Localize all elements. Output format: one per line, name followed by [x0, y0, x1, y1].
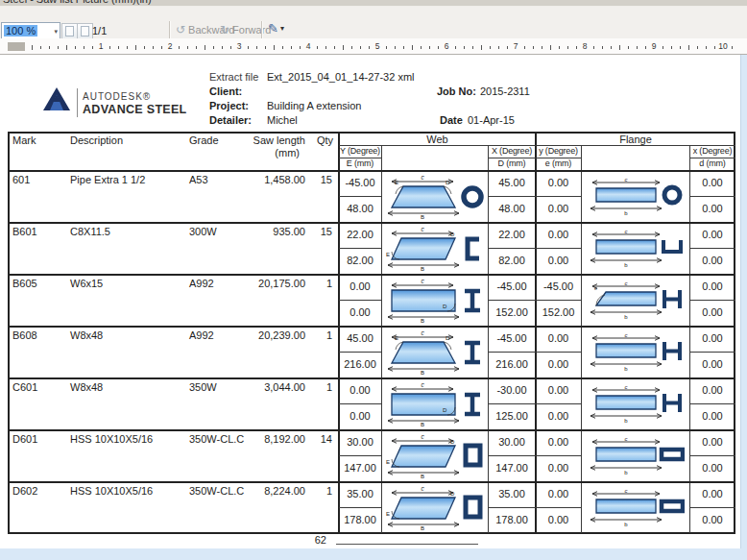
svg-text:D: D	[446, 180, 450, 185]
saw-length-cell: 935.00	[230, 226, 305, 237]
qty-cell: 1	[309, 278, 332, 289]
col-header-saw-length: Saw length	[230, 134, 305, 146]
web-d-mm-cell: 178.00	[488, 514, 536, 525]
page-view-button-2[interactable]	[77, 23, 93, 39]
flange-profile-picture: c b	[585, 486, 685, 528]
group-header-web: Web	[339, 134, 536, 145]
table-grid-line	[8, 481, 735, 483]
ruler-tick	[533, 46, 534, 49]
flange-e-mm-cell: 0.00	[536, 462, 581, 474]
svg-text:D: D	[446, 335, 450, 341]
logo-divider	[77, 88, 78, 117]
forward-label: Forward	[232, 24, 271, 36]
ruler-tick	[602, 46, 603, 49]
ruler-tick	[66, 45, 67, 50]
flange-profile-picture: c b	[585, 227, 685, 269]
ruler-tick	[412, 45, 413, 50]
ruler: 12345678910	[0, 38, 747, 55]
table-grid-line	[581, 145, 582, 533]
table-grid-line	[8, 170, 735, 172]
qty-cell: 15	[309, 174, 332, 185]
web-d-mm-cell: 125.00	[488, 410, 536, 422]
flange-x-degree-cell: 0.00	[689, 229, 735, 240]
date-label: Date	[440, 114, 463, 126]
table-grid-line	[488, 403, 581, 404]
table-grid-line	[488, 300, 581, 301]
description-cell: HSS 10X10X5/16	[70, 485, 153, 497]
table-grid-line	[339, 145, 735, 146]
ruler-tick	[524, 46, 525, 49]
grade-cell: A992	[189, 329, 214, 341]
table-grid-line	[339, 158, 381, 158]
grade-cell: A53	[189, 174, 208, 185]
flange-picture-cell: c b	[585, 227, 685, 269]
saw-length-cell: 20,175.00	[230, 278, 305, 289]
table-grid-line	[488, 248, 581, 249]
chevron-down-icon[interactable]: ▾	[54, 28, 58, 36]
table-grid-line	[689, 352, 735, 353]
page-view-button-1[interactable]	[61, 23, 78, 39]
svg-text:E: E	[395, 180, 398, 185]
flange-picture-cell: c b	[585, 175, 685, 217]
svg-text:D: D	[450, 231, 455, 237]
table-grid-line	[8, 377, 735, 379]
ruler-tick	[325, 46, 326, 49]
flange-y-degree-cell: 0.00	[536, 332, 581, 344]
toolbar: 100 % ▾ 1/1 ↺Backward ↻Forward ✎▾	[0, 7, 747, 38]
web-x-degree-cell: -30.00	[488, 384, 536, 396]
svg-text:c: c	[421, 278, 424, 284]
ruler-tick	[706, 46, 707, 49]
flange-d-mm-cell: 0.00	[689, 410, 735, 422]
ruler-tick	[472, 46, 473, 49]
table-grid-line	[689, 158, 735, 158]
grade-cell: 300W	[189, 226, 217, 237]
web-profile-picture: c D B	[384, 380, 484, 426]
toolbar-separator	[169, 21, 171, 39]
col-header-mark: Mark	[12, 134, 36, 146]
flange-picture-cell: c e b	[585, 279, 685, 321]
ruler-tick	[429, 46, 430, 49]
web-d-mm-cell: 82.00	[488, 255, 536, 266]
description-cell: Pipe Extra 1 1/2	[70, 174, 145, 185]
flange-e-mm-cell: 0.00	[536, 358, 581, 370]
ruler-tick	[187, 46, 188, 49]
flange-d-mm-cell: 0.00	[689, 255, 735, 266]
ruler-tick	[421, 46, 422, 49]
table-grid-line	[339, 196, 381, 197]
svg-text:E: E	[386, 459, 390, 465]
window-titlebar: Steel - Saw list Picture (mm)(in)	[0, 0, 747, 7]
web-picture-cell: c DE B	[384, 432, 484, 478]
web-y-degree-cell: 22.00	[339, 229, 381, 240]
flange-d-mm-cell: 0.00	[689, 462, 735, 474]
mark-cell: 601	[12, 174, 30, 185]
svg-text:c: c	[421, 174, 424, 181]
flange-x-degree-cell: 0.00	[689, 436, 735, 448]
saw-length-cell: 8,192.00	[230, 433, 305, 445]
ruler-tick	[611, 46, 612, 49]
ruler-number: 5	[375, 41, 380, 51]
web-e-mm-cell: 216.00	[339, 358, 381, 370]
flange-picture-cell: c b	[585, 434, 685, 476]
svg-text:c: c	[625, 332, 628, 338]
ruler-tick	[343, 45, 344, 50]
flange-picture-cell: c b	[585, 486, 685, 528]
flange-y-degree-cell: 0.00	[536, 177, 581, 188]
ruler-tick	[567, 46, 568, 49]
ruler-tick	[386, 46, 387, 49]
web-d-mm-cell: 216.00	[488, 358, 536, 370]
table-grid-line	[689, 196, 735, 197]
table-grid-line	[8, 274, 735, 276]
chevron-down-icon: ▾	[280, 24, 284, 33]
web-picture-cell: c DE B	[384, 225, 484, 271]
table-grid-line	[488, 196, 581, 197]
web-x-degree-cell: 30.00	[488, 436, 536, 448]
flange-e-mm-cell: 0.00	[536, 203, 581, 214]
forward-button[interactable]: ↻Forward	[220, 23, 271, 37]
saw-length-cell: 20,239.00	[230, 329, 305, 341]
annotate-button[interactable]: ✎▾	[268, 21, 284, 36]
ruler-tick	[127, 46, 128, 49]
ruler-tick	[300, 46, 301, 49]
subcol-flange-x: x (Degree)	[689, 145, 735, 158]
web-x-degree-cell: -45.00	[488, 280, 536, 292]
web-x-degree-cell: 22.00	[488, 229, 536, 240]
